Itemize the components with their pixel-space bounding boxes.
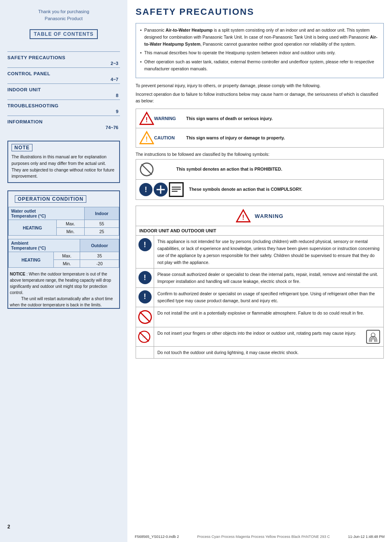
svg-line-11 bbox=[140, 312, 150, 322]
outdoor-temp-table: AmbientTemperature (°C) Outdoor HEATING … bbox=[8, 239, 119, 268]
page-number: 2 bbox=[7, 524, 10, 530]
wo-row-4: Do not install the unit in a potentially… bbox=[136, 307, 383, 327]
exclaim-circle-icon: ! bbox=[139, 183, 152, 196]
plus-circle-icon bbox=[154, 183, 168, 197]
list-icon bbox=[169, 182, 184, 197]
operation-condition-box: OPERATION CONDITION Water outletTemperat… bbox=[7, 190, 120, 309]
prohibited-text: This symbol denotes an action that is PR… bbox=[176, 166, 282, 173]
wo-text-3: Confirm to authorized dealer or speciali… bbox=[154, 288, 383, 307]
wo-text-1: This appliance is not intended for use b… bbox=[154, 236, 383, 268]
warning-desc: This sign warns of death or serious inju… bbox=[186, 116, 272, 121]
exclaim-icon-3: ! bbox=[138, 290, 152, 303]
wo-row-5: ☞ Do not insert your fingers or other ob… bbox=[136, 327, 383, 347]
symbols-intro: The instructions to be followed are clas… bbox=[136, 152, 384, 157]
exclaim-icon-col-3: ! bbox=[136, 288, 154, 307]
compulsory-text: These symbols denote an action that is C… bbox=[189, 186, 302, 193]
wo-row-1: ! This appliance is not intended for use… bbox=[136, 236, 383, 269]
wo-text-4: Do not install the unit in a potentially… bbox=[154, 307, 383, 327]
caution-triangle-icon: ! bbox=[139, 130, 154, 145]
intro-bullets: Panasonic Air-to-Water Heatpump is a spl… bbox=[136, 23, 384, 78]
bullet-2: This manual describes how to operate the… bbox=[140, 49, 379, 56]
warning-label: WARNING bbox=[154, 116, 183, 121]
toc-section-control: CONTROL PANEL 4~7 bbox=[7, 67, 120, 83]
exclaim-icon-col-1: ! bbox=[136, 236, 154, 268]
svg-text:!: ! bbox=[242, 213, 244, 221]
warning-big-header: ! WARNING bbox=[136, 206, 383, 226]
banned-icon-col bbox=[136, 307, 154, 327]
indoor-temp-table: Water outletTemperature (°C) Indoor HEAT… bbox=[8, 207, 119, 236]
banned-icon bbox=[138, 310, 152, 324]
banned-circle-icon bbox=[139, 162, 154, 177]
warning-big-icon: ! bbox=[236, 208, 251, 223]
wo-row-3: ! Confirm to authorized dealer or specia… bbox=[136, 288, 383, 307]
wo-row-2: ! Please consult authorized dealer or sp… bbox=[136, 269, 383, 288]
prohibited-icons bbox=[139, 162, 172, 177]
exclaim-icon-2: ! bbox=[138, 271, 152, 284]
caution-label: CAUTION bbox=[154, 135, 183, 140]
toc-label: TABLE OF CONTENTS bbox=[30, 29, 97, 39]
note-text: The illustrations in this manual are for… bbox=[12, 154, 116, 180]
caution-row: ! CAUTION This sign warns of injury or d… bbox=[136, 128, 383, 147]
compulsory-symbol-row: ! These symbols denote an action that is… bbox=[136, 180, 383, 199]
footer-colors: Process Cyan Process Magenta Process Yel… bbox=[197, 535, 330, 539]
bullet-1: Panasonic Air-to-Water Heatpump is a spl… bbox=[140, 27, 379, 47]
svg-text:!: ! bbox=[145, 116, 148, 123]
wo-row-6: Do not touch the outdoor unit during lig… bbox=[136, 347, 383, 359]
svg-line-5 bbox=[141, 164, 152, 175]
comply-text: To prevent personal injury, injury to ot… bbox=[136, 82, 384, 104]
compulsory-icons: ! bbox=[139, 182, 185, 197]
svg-text:☞: ☞ bbox=[142, 334, 146, 339]
indoor-outdoor-title: INDOOR UNIT AND OUTDOOR UNIT bbox=[136, 226, 383, 236]
no-finger-icon: ☞ bbox=[138, 330, 151, 343]
footer-file: F568565_YS0112-0.indb 2 bbox=[135, 535, 179, 539]
exclaim-icon-col-2: ! bbox=[136, 269, 154, 287]
notice-text: NOTICE : When the outdoor temperature is… bbox=[8, 271, 119, 308]
symbols-box: This symbol denotes an action that is PR… bbox=[136, 159, 384, 200]
bullet-3: Other operation such as water tank, radi… bbox=[140, 58, 379, 72]
toc-section-info: INFORMATION 74~76 bbox=[7, 116, 120, 132]
wo-text-5: Do not insert your fingers or other obje… bbox=[154, 327, 383, 346]
toc-section-indoor: INDOOR UNIT 8 bbox=[7, 83, 120, 100]
exclaim-icon-1: ! bbox=[138, 238, 152, 251]
footer-date: 11-Jun-12 1:48:48 PM bbox=[348, 535, 385, 539]
left-column: Thank you for purchasing Panasonic Produ… bbox=[0, 0, 127, 542]
svg-text:!: ! bbox=[145, 135, 148, 143]
warning-triangle-icon: ! bbox=[139, 111, 154, 126]
finger-icon-col: ☞ bbox=[136, 327, 154, 346]
fingerprint-box-icon bbox=[366, 330, 380, 344]
page-footer: F568565_YS0112-0.indb 2 Process Cyan Pro… bbox=[127, 535, 392, 539]
toc-section-safety: SAFETY PRECAUTIONS 2~3 bbox=[7, 51, 120, 67]
prohibited-symbol-row: This symbol denotes an action that is PR… bbox=[136, 160, 383, 180]
warning-big-box: ! WARNING INDOOR UNIT AND OUTDOOR UNIT !… bbox=[136, 206, 384, 359]
warning-caution-box: ! WARNING This sign warns of death or se… bbox=[136, 109, 384, 148]
toc-section-troubleshoot: TROUBLESHOOTING 9 bbox=[7, 100, 120, 116]
right-column: SAFETY PRECAUTIONS Panasonic Air-to-Wate… bbox=[127, 0, 392, 542]
caution-desc: This sign warns of injury or damage to p… bbox=[186, 135, 285, 140]
warning-row: ! WARNING This sign warns of death or se… bbox=[136, 109, 383, 128]
page-title: SAFETY PRECAUTIONS bbox=[136, 7, 384, 17]
note-box: NOTE The illustrations in this manual ar… bbox=[7, 141, 120, 183]
wo-text-6: Do not touch the outdoor unit during lig… bbox=[154, 347, 383, 359]
intro-text: Thank you for purchasing Panasonic Produ… bbox=[7, 8, 120, 22]
warning-big-label: WARNING bbox=[255, 213, 284, 219]
empty-icon-col bbox=[136, 347, 154, 359]
wo-text-2: Please consult authorized dealer or spec… bbox=[154, 269, 383, 287]
